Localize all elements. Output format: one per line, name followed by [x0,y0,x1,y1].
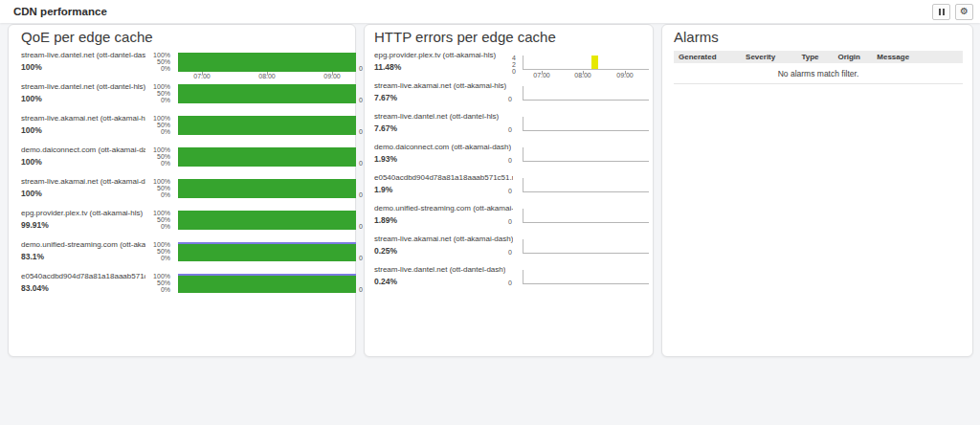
http-error-row: e0540acdbd904d78a81a18aaab571c51.med... … [374,173,647,204]
alarms-table-header: Generated Severity Type Origin Message [674,51,963,63]
qoe-value: 100% [21,189,42,198]
http-errors-chart[interactable] [523,147,649,162]
settings-button[interactable]: ⚙ [955,4,973,20]
http-error-row: stream-live.akamai.net (ott-akamai-dash)… [374,235,647,265]
qoe-area-chart[interactable] [178,179,356,198]
http-error-row: stream-live.akamai.net (ott-akamai-hls) … [374,81,647,112]
y-axis-labels: 100%50%0% [145,178,174,198]
qoe-row: stream-live.akamai.net (ott-akamai-hls) … [21,114,349,145]
qoe-area-chart[interactable] [178,211,356,230]
zero-label: 0 [508,280,512,286]
alarms-panel: Alarms Generated Severity Type Origin Me… [661,24,973,357]
qoe-panel: QoE per edge cache stream-live.dantel.ne… [8,24,356,357]
qoe-value: 83.04% [21,283,49,293]
zero-label: 0 [508,157,512,164]
http-error-row: stream-live.dantel.net (ott-dantel-hls) … [374,112,647,143]
http-error-row: demo.daiconnect.com (ott-akamai-dash) 1.… [374,143,647,173]
qoe-value: 100% [21,94,42,103]
error-value: 0.25% [374,246,397,256]
column-message[interactable]: Message [877,53,958,61]
right-axis-label: 0 [359,65,363,72]
qoe-area-chart[interactable] [178,53,356,72]
y-axis-labels: 100%50%0% [145,115,174,135]
http-errors-chart[interactable] [523,270,649,284]
alarms-panel-title: Alarms [674,29,963,45]
http-errors-chart[interactable] [523,209,649,223]
zero-label: 0 [508,96,512,102]
right-axis-label: 0 [359,191,363,198]
pause-icon [938,9,946,15]
good-band [178,147,356,167]
qoe-panel-title: QoE per edge cache [21,29,349,45]
cache-label: demo.daiconnect.com (ott-akamai-dash) [374,143,511,151]
cache-label: stream-live.akamai.net (ott-akamai-dash) [21,177,145,186]
column-type[interactable]: Type [801,53,837,61]
column-generated[interactable]: Generated [679,53,746,61]
right-axis-label: 0 [359,160,363,167]
qoe-area-chart[interactable] [178,116,356,135]
top-bar: CDN performance ⚙ [0,0,980,23]
error-value: 1.93% [374,154,397,164]
gear-icon: ⚙ [960,7,969,16]
good-band [178,244,356,261]
zero-label: 0 [508,249,512,256]
error-value: 0.24% [374,277,397,286]
cache-label: demo.unified-streaming.com (ott-akamai-h… [374,204,513,212]
right-axis-label: 0 [359,223,363,230]
y-axis-labels: 100%50%0% [145,52,174,72]
y-axis-labels: 100%50%0% [145,83,174,103]
zero-label: 0 [508,126,512,133]
http-errors-chart[interactable] [523,239,649,254]
y-axis-labels: 420 [495,55,520,71]
qoe-area-chart[interactable] [178,242,356,261]
y-axis-labels: 100%50%0% [145,146,174,167]
alarms-empty-message: No alarms match filter. [674,63,963,84]
error-value: 7.67% [374,93,397,102]
cache-label: e0540acdbd904d78a81a18aaab571c51.med... [21,272,145,280]
cache-label: stream-live.dantel.net (ott-dantel-hls) [21,82,145,91]
qoe-row: e0540acdbd904d78a81a18aaab571c51.med... … [21,272,349,303]
qoe-area-chart[interactable] [178,147,356,167]
cache-label: demo.unified-streaming.com (ott-akamai-h… [21,240,145,249]
cache-label: stream-live.akamai.net (ott-akamai-dash) [374,235,513,243]
qoe-area-chart[interactable] [178,274,356,293]
pause-button[interactable] [932,4,950,20]
qoe-row: stream-live.akamai.net (ott-akamai-dash)… [21,177,349,209]
http-errors-chart[interactable] [523,117,649,131]
qoe-row: epg.provider.plex.tv (ott-akamai-hls) 99… [21,209,349,240]
dashboard-board: QoE per edge cache stream-live.dantel.ne… [0,23,980,357]
good-band [178,116,356,135]
qoe-area-chart[interactable] [178,84,356,103]
http-errors-panel: HTTP errors per edge cache epg.provider.… [364,24,654,357]
qoe-row: demo.unified-streaming.com (ott-akamai-h… [21,240,349,272]
cache-label: demo.daiconnect.com (ott-akamai-dash) [21,145,145,154]
error-value: 1.89% [374,215,397,225]
http-errors-chart[interactable] [523,56,649,70]
right-axis-label: 0 [359,97,363,103]
cache-label: stream-live.akamai.net (ott-akamai-hls) [21,114,145,123]
cache-label: epg.provider.plex.tv (ott-akamai-hls) [21,209,143,217]
right-axis-label: 0 [359,128,363,135]
qoe-value: 100% [21,62,42,72]
http-errors-chart[interactable] [523,86,649,101]
right-axis-label: 0 [359,255,363,261]
qoe-value: 100% [21,157,42,167]
good-band [178,276,356,293]
good-band [178,179,356,198]
qoe-value: 83.1% [21,252,44,261]
zero-label: 0 [508,188,512,194]
error-value: 7.67% [374,123,397,133]
column-origin[interactable]: Origin [837,53,877,61]
http-error-row: epg.provider.plex.tv (ott-akamai-hls) 11… [374,51,647,81]
error-spike [591,56,598,69]
http-error-row: demo.unified-streaming.com (ott-akamai-h… [374,204,647,235]
column-severity[interactable]: Severity [746,53,801,61]
qoe-value: 99.91% [21,220,49,230]
cache-label: stream-live.dantel.net (ott-dantel-dash) [21,51,145,59]
qoe-row: stream-live.dantel.net (ott-dantel-dash)… [21,51,349,82]
cache-label: stream-live.dantel.net (ott-dantel-hls) [374,112,499,121]
zero-label: 0 [508,218,512,225]
good-band [178,211,356,230]
qoe-value: 100% [21,125,42,135]
http-errors-chart[interactable] [523,178,649,192]
